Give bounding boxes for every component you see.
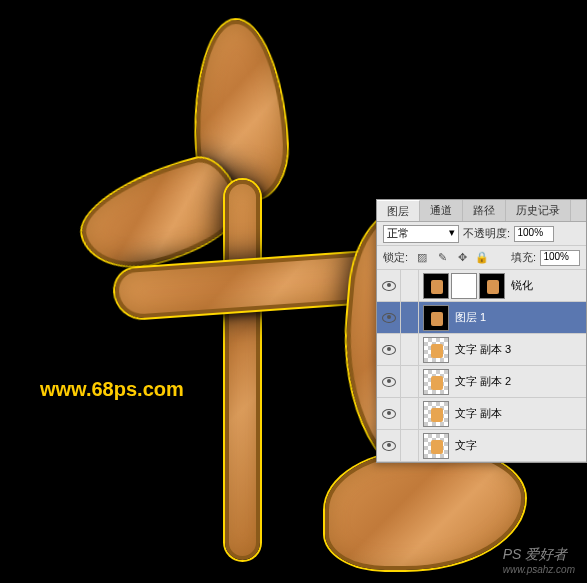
- eye-icon: [382, 281, 396, 291]
- layer-thumbnail[interactable]: [423, 433, 449, 459]
- lock-label: 锁定:: [383, 250, 408, 265]
- visibility-toggle[interactable]: [377, 334, 401, 365]
- layer-thumbnail[interactable]: [423, 369, 449, 395]
- eye-icon: [382, 409, 396, 419]
- layer-name-label[interactable]: 图层 1: [449, 310, 486, 325]
- layer-name-label[interactable]: 文字 副本: [449, 406, 502, 421]
- layer-thumbnail[interactable]: [423, 401, 449, 427]
- visibility-toggle[interactable]: [377, 270, 401, 301]
- link-column[interactable]: [401, 270, 419, 301]
- lock-transparency-icon[interactable]: ▨: [414, 250, 430, 266]
- lock-position-icon[interactable]: ✥: [454, 250, 470, 266]
- layer-thumbnail[interactable]: [423, 273, 449, 299]
- layer-thumbnail[interactable]: [479, 273, 505, 299]
- layer-item[interactable]: 图层 1: [377, 302, 586, 334]
- layer-item[interactable]: 锐化: [377, 270, 586, 302]
- blend-mode-select[interactable]: 正常 ▾: [383, 225, 459, 243]
- lock-all-icon[interactable]: 🔒: [474, 250, 490, 266]
- eye-icon: [382, 377, 396, 387]
- eye-icon: [382, 345, 396, 355]
- layer-thumbnail[interactable]: [423, 305, 449, 331]
- layer-thumbnail[interactable]: [423, 337, 449, 363]
- watermark-brand-text: PS 爱好者: [503, 546, 568, 562]
- layer-item[interactable]: 文字 副本: [377, 398, 586, 430]
- link-column[interactable]: [401, 334, 419, 365]
- tab-history[interactable]: 历史记录: [506, 200, 571, 221]
- layers-panel: 图层 通道 路径 历史记录 正常 ▾ 不透明度: 100% 锁定: ▨ ✎ ✥ …: [376, 199, 587, 463]
- link-column[interactable]: [401, 398, 419, 429]
- watermark-brand: PS 爱好者 www.psahz.com: [503, 546, 575, 575]
- visibility-toggle[interactable]: [377, 398, 401, 429]
- layer-item[interactable]: 文字 副本 3: [377, 334, 586, 366]
- fill-input[interactable]: 100%: [540, 250, 580, 266]
- layers-list: 锐化 图层 1 文字 副本 3 文字 副本 2: [377, 270, 586, 462]
- blend-opacity-row: 正常 ▾ 不透明度: 100%: [377, 222, 586, 246]
- layer-name-label[interactable]: 文字 副本 3: [449, 342, 511, 357]
- eye-icon: [382, 441, 396, 451]
- lock-fill-row: 锁定: ▨ ✎ ✥ 🔒 填充: 100%: [377, 246, 586, 270]
- glyph-stroke: [225, 180, 260, 560]
- fill-label: 填充:: [511, 250, 536, 265]
- glyph-stroke: [71, 151, 249, 279]
- opacity-label: 不透明度:: [463, 226, 510, 241]
- chevron-down-icon: ▾: [449, 226, 455, 239]
- layer-name-label[interactable]: 文字 副本 2: [449, 374, 511, 389]
- blend-mode-value: 正常: [387, 227, 409, 239]
- layer-item[interactable]: 文字 副本 2: [377, 366, 586, 398]
- lock-pixels-icon[interactable]: ✎: [434, 250, 450, 266]
- tab-channels[interactable]: 通道: [420, 200, 463, 221]
- layer-mask-thumbnail[interactable]: [451, 273, 477, 299]
- watermark-brand-url: www.psahz.com: [503, 564, 575, 575]
- visibility-toggle[interactable]: [377, 302, 401, 333]
- glyph-stroke: [325, 450, 525, 570]
- tab-paths[interactable]: 路径: [463, 200, 506, 221]
- link-column[interactable]: [401, 430, 419, 461]
- opacity-input[interactable]: 100%: [514, 226, 554, 242]
- layer-item[interactable]: 文字: [377, 430, 586, 462]
- link-column[interactable]: [401, 302, 419, 333]
- watermark-url: www.68ps.com: [40, 378, 184, 401]
- visibility-toggle[interactable]: [377, 366, 401, 397]
- eye-icon: [382, 313, 396, 323]
- visibility-toggle[interactable]: [377, 430, 401, 461]
- layer-name-label[interactable]: 文字: [449, 438, 477, 453]
- layer-name-label[interactable]: 锐化: [505, 278, 533, 293]
- link-column[interactable]: [401, 366, 419, 397]
- tab-layers[interactable]: 图层: [377, 200, 420, 221]
- panel-tab-bar: 图层 通道 路径 历史记录: [377, 200, 586, 222]
